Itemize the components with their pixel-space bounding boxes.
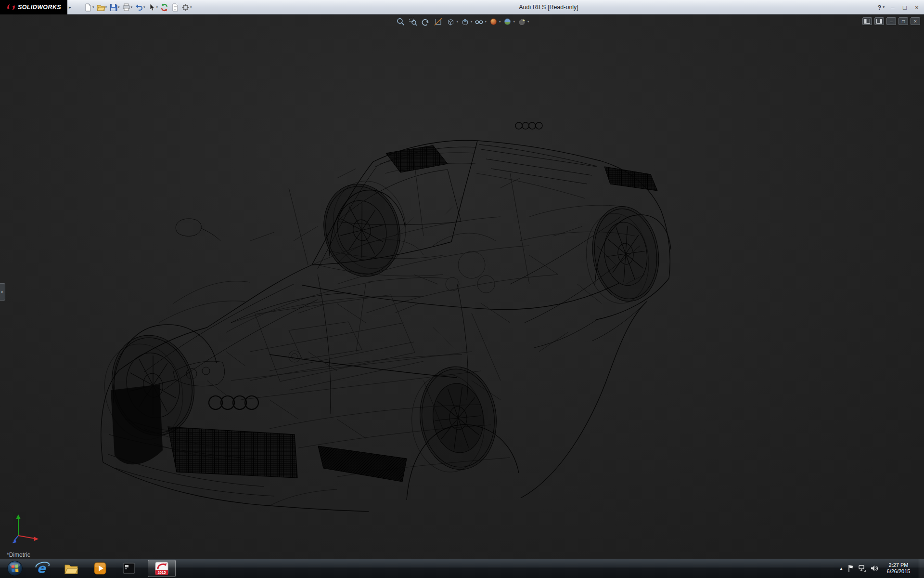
solidworks-app-icon: 2015: [154, 561, 169, 576]
hide-show-items-button[interactable]: [473, 16, 485, 27]
wheel-front-left: [93, 327, 205, 448]
open-folder-icon: [97, 3, 105, 12]
select-cursor-icon: [148, 3, 156, 12]
start-button[interactable]: [3, 559, 27, 578]
solidworks-brand: SOLIDWORKS: [0, 0, 67, 14]
taskbar: e: [0, 559, 924, 578]
zoom-to-fit-icon: [396, 17, 405, 26]
body-outline: [101, 140, 671, 512]
window-controls: – □ ×: [889, 0, 920, 14]
previous-view-button[interactable]: [420, 16, 431, 27]
help-button[interactable]: ? ▾: [878, 0, 885, 14]
graphics-area[interactable]: ▾ ▾ ▾: [0, 14, 924, 559]
document-window-controls: – □ ×: [862, 17, 920, 25]
print-icon: [122, 3, 130, 12]
dropdown-caret-icon: ▾: [190, 5, 192, 9]
toggle-feature-pane-button[interactable]: [862, 17, 872, 25]
volume-icon[interactable]: [871, 565, 878, 572]
view-settings-sphere-icon: [517, 17, 526, 26]
taskbar-file-explorer[interactable]: [57, 560, 85, 577]
dropdown-caret-icon: ▾: [456, 20, 458, 24]
wireframe-model-audi-r8: [0, 14, 924, 559]
show-desktop-button[interactable]: [919, 559, 924, 578]
document-minimize-button[interactable]: –: [886, 17, 896, 25]
featuremanager-expand-tab[interactable]: ▸: [0, 283, 5, 301]
system-tray: ▲ 2:27 PM 6/26/2015: [839, 559, 924, 578]
rebuild-button[interactable]: [159, 1, 169, 13]
undo-button[interactable]: ▾: [134, 1, 146, 13]
document-restore-button[interactable]: □: [898, 17, 908, 25]
taskbar-solidworks-2015[interactable]: 2015: [148, 560, 176, 577]
internet-explorer-icon: e: [35, 561, 50, 576]
console-app-icon: [122, 562, 136, 575]
toggle-task-pane-button[interactable]: [874, 17, 884, 25]
taskbar-media-player[interactable]: [86, 560, 114, 577]
action-center-flag-icon[interactable]: [847, 565, 854, 572]
taskbar-apps: e: [28, 559, 176, 578]
dropdown-caret-icon: ▾: [499, 20, 501, 24]
scene-globe-icon: [503, 17, 512, 26]
wheel-rear-left: [406, 363, 501, 475]
view-settings-button[interactable]: [516, 16, 527, 27]
taskbar-console-app[interactable]: [115, 560, 143, 577]
heads-up-view-toolbar: ▾ ▾ ▾: [395, 16, 529, 27]
body-detail: [107, 144, 647, 496]
section-view-button[interactable]: [432, 16, 444, 27]
titlebar: SOLIDWORKS ▸ ▾ ▾ ▾: [0, 0, 924, 14]
apply-scene-button[interactable]: [502, 16, 513, 27]
previous-view-icon: [421, 17, 430, 26]
display-style-button[interactable]: [459, 16, 471, 27]
select-button[interactable]: ▾: [147, 1, 159, 13]
dark-fill-regions: [111, 145, 657, 482]
document-close-button[interactable]: ×: [911, 17, 920, 25]
rebuild-icon: [160, 3, 168, 12]
windows-start-orb-icon: [7, 560, 23, 577]
network-icon[interactable]: [859, 565, 866, 572]
folder-icon: [64, 562, 78, 575]
options-button[interactable]: ▾: [180, 1, 193, 13]
dropdown-caret-icon: ▾: [131, 5, 133, 9]
window-title: Audi R8 S [Read-only]: [519, 0, 578, 14]
zoom-to-area-button[interactable]: [407, 16, 419, 27]
save-button[interactable]: ▾: [108, 1, 121, 13]
view-orientation-label: *Dimetric: [7, 552, 30, 558]
new-button[interactable]: ▾: [83, 1, 95, 13]
dropdown-caret-icon: ▾: [527, 20, 529, 24]
audi-rings-rear: [515, 122, 542, 129]
edit-appearance-button[interactable]: [488, 16, 499, 27]
print-button[interactable]: ▾: [121, 1, 134, 13]
minimize-button[interactable]: –: [889, 4, 896, 11]
dropdown-caret-icon: ▾: [105, 5, 107, 9]
new-document-icon: [84, 3, 92, 12]
display-style-cube-icon: [461, 17, 469, 26]
show-hidden-icons-button[interactable]: ▲: [839, 566, 843, 571]
menu-expander-icon[interactable]: ▸: [69, 0, 71, 14]
taskbar-internet-explorer[interactable]: e: [28, 560, 56, 577]
zoom-to-fit-button[interactable]: [395, 16, 406, 27]
view-orientation-button[interactable]: [445, 16, 456, 27]
clock-time: 2:27 PM: [883, 562, 914, 568]
wheel-rear-right: [580, 202, 665, 307]
dropdown-caret-icon: ▾: [156, 5, 158, 9]
view-cube-icon: [446, 17, 455, 26]
gear-icon: [181, 3, 190, 12]
appearance-ball-icon: [489, 17, 498, 26]
close-button[interactable]: ×: [913, 4, 920, 11]
solidworks-badge-text: 2015: [158, 570, 166, 575]
brand-text: SOLIDWORKS: [18, 4, 61, 11]
solidworks-logo-icon: [6, 2, 16, 12]
glasses-icon: [475, 17, 483, 26]
open-button[interactable]: ▾: [96, 1, 108, 13]
help-icon: ?: [878, 4, 882, 11]
maximize-button[interactable]: □: [901, 4, 908, 11]
audi-rings-front: [209, 396, 258, 409]
section-view-icon: [434, 17, 442, 26]
undo-icon: [135, 3, 143, 12]
expand-arrow-icon: ▸: [1, 290, 3, 294]
file-properties-button[interactable]: [170, 1, 180, 13]
taskbar-clock[interactable]: 2:27 PM 6/26/2015: [883, 562, 914, 575]
dropdown-caret-icon: ▾: [471, 20, 473, 24]
pane-left-icon: [864, 19, 870, 24]
media-player-icon: [93, 562, 107, 575]
orientation-triad: [11, 508, 45, 545]
